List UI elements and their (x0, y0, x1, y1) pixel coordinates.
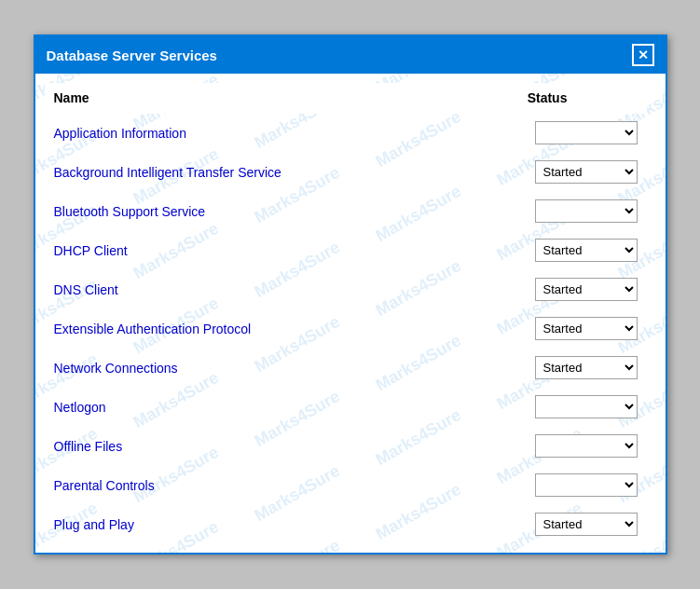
service-name: Network Connections (45, 349, 448, 388)
dialog-window: Database Server Services ✕ Marks4SureMar… (34, 34, 667, 555)
service-name: DHCP Client (45, 231, 448, 270)
service-status-cell: StartedStoppedPaused (448, 270, 647, 309)
service-status-select[interactable]: StartedStoppedPaused (535, 278, 638, 301)
service-name: Offline Files (45, 427, 448, 466)
service-status-cell: StartedStoppedPaused (448, 114, 647, 153)
service-name: Netlogon (45, 388, 448, 427)
service-name: Plug and Play (45, 505, 448, 544)
table-row: Background Intelligent Transfer ServiceS… (45, 153, 647, 192)
table-row: NetlogonStartedStoppedPaused (45, 388, 647, 427)
column-header-status: Status (448, 83, 647, 114)
service-status-select[interactable]: StartedStoppedPaused (535, 356, 638, 379)
column-header-name: Name (45, 83, 448, 114)
service-name: Background Intelligent Transfer Service (45, 153, 448, 192)
table-row: Parental ControlsStartedStoppedPaused (45, 466, 647, 505)
service-status-cell: StartedStoppedPaused (448, 349, 647, 388)
table-row: Network ConnectionsStartedStoppedPaused (45, 349, 647, 388)
service-status-cell: StartedStoppedPaused (448, 466, 647, 505)
table-row: Plug and PlayStartedStoppedPaused (45, 505, 647, 544)
table-row: Bluetooth Support ServiceStartedStoppedP… (45, 192, 647, 231)
table-row: Application InformationStartedStoppedPau… (45, 114, 647, 153)
service-status-cell: StartedStoppedPaused (448, 309, 647, 349)
service-status-cell: StartedStoppedPaused (448, 153, 647, 192)
content-area: Marks4SureMarks4SureMarks4SureMarks4Sure… (35, 74, 666, 553)
service-name: DNS Client (45, 270, 448, 309)
services-table: Name Status Application InformationStart… (45, 83, 647, 543)
service-status-select[interactable]: StartedStoppedPaused (535, 199, 638, 223)
table-row: Offline FilesStartedStoppedPaused (45, 427, 647, 466)
service-name: Parental Controls (45, 466, 448, 505)
service-status-cell: StartedStoppedPaused (448, 427, 647, 466)
close-button[interactable]: ✕ (632, 44, 654, 66)
service-status-select[interactable]: StartedStoppedPaused (535, 473, 638, 497)
service-status-cell: StartedStoppedPaused (448, 505, 647, 544)
service-status-cell: StartedStoppedPaused (448, 388, 647, 427)
service-status-select[interactable]: StartedStoppedPaused (535, 317, 638, 340)
service-status-select[interactable]: StartedStoppedPaused (535, 160, 638, 184)
service-status-select[interactable]: StartedStoppedPaused (535, 121, 638, 144)
table-row: DNS ClientStartedStoppedPaused (45, 270, 647, 309)
service-status-cell: StartedStoppedPaused (448, 192, 647, 231)
table-row: DHCP ClientStartedStoppedPaused (45, 231, 647, 270)
table-row: Extensible Authentication ProtocolStarte… (45, 309, 647, 349)
title-bar: Database Server Services ✕ (35, 36, 666, 74)
service-status-select[interactable]: StartedStoppedPaused (535, 513, 638, 536)
service-status-select[interactable]: StartedStoppedPaused (535, 239, 638, 262)
service-status-cell: StartedStoppedPaused (448, 231, 647, 270)
dialog-title: Database Server Services (47, 48, 217, 63)
service-status-select[interactable]: StartedStoppedPaused (535, 395, 638, 418)
service-status-select[interactable]: StartedStoppedPaused (535, 434, 638, 458)
table-container[interactable]: Name Status Application InformationStart… (35, 74, 666, 553)
service-name: Application Information (45, 114, 448, 153)
service-name: Extensible Authentication Protocol (45, 309, 448, 349)
service-name: Bluetooth Support Service (45, 192, 448, 231)
